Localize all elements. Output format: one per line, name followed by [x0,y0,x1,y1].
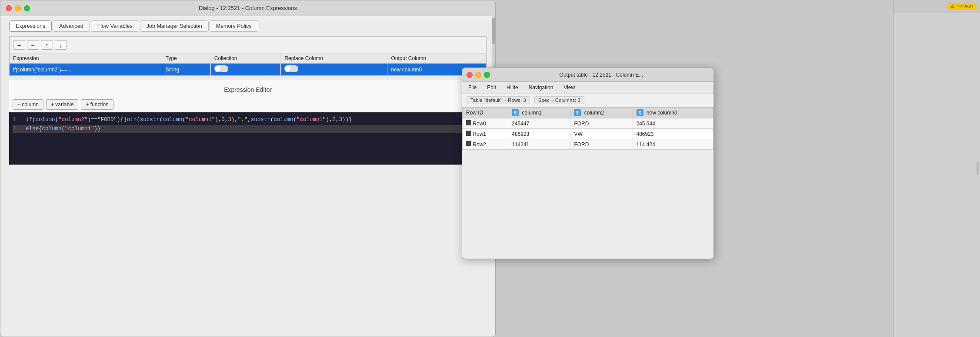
cell-newcol-2: 114.424 [633,139,713,150]
code-line-2: 2 else{column("column1")} [13,125,483,133]
fn-column-3: column [42,126,62,132]
fn-column-2: column [273,117,293,123]
main-dialog-window: Dialog - 12:2521 - Column Expressions Ex… [0,0,496,337]
line-number-2: 2 [13,125,21,133]
str-column1-c: "column1" [65,126,94,132]
maximize-button[interactable] [24,5,30,11]
warning-text: 12:2521 [957,4,974,9]
col1-type-badge: S [512,109,519,116]
menu-hilite[interactable]: Hilite [505,84,520,91]
title-bar: Dialog - 12:2521 - Column Expressions [0,0,495,16]
window-title: Dialog - 12:2521 - Column Expressions [199,5,297,11]
menu-navigation[interactable]: Navigation [527,84,555,91]
editor-title: Expression Editor [9,80,487,97]
cell-newcol-1: 486923 [633,129,713,139]
cell-rowid-1: Row1 [463,129,508,139]
code-content-1: if(column("column2")=="FORD"){join(subst… [26,116,483,124]
table-row: Row2 114241 FORD 114.424 [463,139,713,150]
fn-column: column [36,117,55,123]
toggle-knob [285,66,291,72]
col-header-expression: Expression [10,54,162,64]
row1-id: Row1 [473,131,486,137]
add-function-button[interactable]: + function [81,99,113,110]
col-header-collection: Collection [210,54,281,64]
warning-icon: ⚠ [950,3,955,9]
row-color-indicator [466,120,471,125]
tab-flow-variables[interactable]: Flow Variables [91,20,139,32]
cell-collection [210,64,281,76]
table-row[interactable]: if(column("column2")==... String [10,64,486,76]
keyword-if: if [26,117,32,123]
output-col-newcol: S new column0 [633,108,713,118]
menu-file[interactable]: File [467,84,478,91]
tab-memory-policy[interactable]: Memory Policy [210,20,258,32]
fn-substr-1: substr [140,117,160,123]
expressions-table-container: + − ↑ ↓ Expression Type Collection Repla… [9,36,487,76]
col-header-output-column: Output Column [387,54,486,64]
cell-newcol-0: 245.544 [633,118,713,129]
row0-id: Row0 [473,121,486,127]
menu-view[interactable]: View [562,84,577,91]
col-rowid-label: Row ID [466,110,483,116]
code-line-1: 1 if(column("column2")=="FORD"){join(sub… [13,116,483,124]
row-color-indicator [466,141,471,146]
str-column1-b: "column1" [297,117,326,123]
scrollbar-thumb[interactable] [492,18,495,44]
output-data-table: Row ID S column1 S column2 S new column0 [462,107,713,150]
output-close-button[interactable] [467,72,473,78]
remove-row-button[interactable]: − [27,40,39,50]
tab-advanced[interactable]: Advanced [53,20,90,32]
minimize-button[interactable] [15,5,21,11]
cell-col2-2: FORD [570,139,633,150]
str-dot: "." [238,117,248,123]
add-column-button[interactable]: + column [13,99,43,110]
row2-id: Row2 [473,142,486,148]
num-3a: 3 [228,117,231,123]
right-panel: ⚠ 12:2521 [893,0,980,337]
tab-expressions[interactable]: Expressions [9,20,52,32]
warning-badge: ⚠ 12:2521 [948,3,977,10]
num-3b: 3 [339,117,342,123]
output-col-col2: S column2 [570,108,633,118]
table-row: Row0 245447 FORD 245.544 [463,118,713,129]
output-table-window: Output table - 12:2521 - Column E... Fil… [462,67,714,259]
col-header-replace-column: Replace Column [281,54,387,64]
code-content-2: else{column("column1")} [26,125,483,133]
keyword-else: else [26,126,39,132]
col-header-type: Type [162,54,210,64]
newcol-type-badge: S [637,109,643,116]
cell-type: String [162,64,210,76]
output-window-controls [467,72,490,78]
output-maximize-button[interactable] [484,72,490,78]
output-col-rowid: Row ID [463,108,508,118]
move-down-button[interactable]: ↓ [55,40,67,50]
editor-toolbar: + column + variable + function [9,97,487,112]
fn-substr-2: substr [251,117,270,123]
expression-editor-section: Expression Editor + column + variable + … [9,80,487,165]
resize-handle[interactable] [977,162,979,175]
menu-edit[interactable]: Edit [485,84,498,91]
add-row-button[interactable]: + [13,40,25,50]
collection-toggle[interactable] [214,65,228,72]
table-name-badge: Table "default" – Rows: 3 [467,96,530,104]
move-up-button[interactable]: ↑ [41,40,53,50]
replace-column-toggle[interactable] [284,65,298,72]
output-minimize-button[interactable] [475,72,481,78]
close-button[interactable] [6,5,12,11]
col1-label: column1 [522,110,542,116]
num-0: 0 [221,117,225,123]
cell-col2-1: VW [570,129,633,139]
str-column2: "column2" [58,117,88,123]
cell-col1-1: 486923 [508,129,570,139]
newcol-label: new column0 [647,110,677,116]
row-color-indicator [466,131,471,136]
cell-replace-column [281,64,387,76]
cell-col1-0: 245447 [508,118,570,129]
table-row: Row1 486923 VW 486923 [463,129,713,139]
add-variable-button[interactable]: + variable [46,99,78,110]
tab-job-manager[interactable]: Job Manager Selection [140,20,209,32]
content-area: + − ↑ ↓ Expression Type Collection Repla… [0,36,495,169]
expressions-table: Expression Type Collection Replace Colum… [10,54,486,75]
code-editor[interactable]: 1 if(column("column2")=="FORD"){join(sub… [9,112,487,165]
cell-expression: if(column("column2")==... [10,64,162,76]
